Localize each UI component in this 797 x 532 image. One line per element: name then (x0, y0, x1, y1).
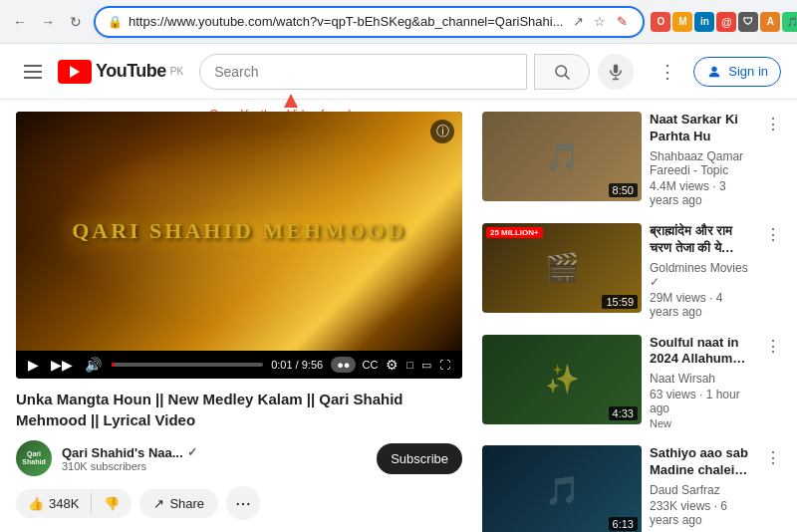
mic-button[interactable] (598, 54, 634, 90)
rec-duration: 6:13 (609, 517, 638, 531)
video-title-text: Unka Mangta Houn || New Medley Kalam || … (16, 389, 462, 430)
like-count: 348K (49, 496, 79, 511)
rec-channel: Shahbaaz Qamar Fareedi - Topic (650, 149, 749, 177)
settings-button[interactable]: ⚙ (384, 355, 400, 375)
logo-area: YouTubePK (16, 57, 183, 87)
rec-more-button[interactable]: ⋮ (761, 445, 785, 469)
share-label: Share (169, 496, 204, 511)
rec-badge: 25 MILLION+ (486, 227, 543, 238)
open-tab-icon[interactable]: ↗ (569, 13, 587, 31)
video-player[interactable]: QARI SHAHID MEHMOOD ⓘ ▶ ▶▶ 🔊 0:01 / 9:56… (16, 112, 462, 379)
current-time: 0:01 (271, 359, 292, 371)
ext-music[interactable]: 🎵 (782, 12, 797, 32)
dislike-button[interactable]: 👎 (92, 489, 132, 518)
rec-info: Naat Sarkar Ki Parhta Hu Shahbaaz Qamar … (650, 112, 753, 207)
forward-button[interactable]: → (36, 10, 60, 34)
ext-a[interactable]: A (760, 12, 780, 32)
video-controls: ▶ ▶▶ 🔊 0:01 / 9:56 ●● CC ⚙ □ ▭ ⛶ (16, 351, 462, 379)
new-badge: New (650, 417, 749, 429)
ext-gmail[interactable]: @ (716, 12, 736, 32)
ext-opera[interactable]: O (651, 12, 670, 32)
settings-toggle[interactable]: ●● (331, 357, 356, 373)
rec-info: Sathiyo aao sab Madine chalein naat by i… (650, 445, 753, 532)
ext-linkedin[interactable]: in (694, 12, 714, 32)
rec-thumbnail: 🎬 25 MILLION+ 15:59 (482, 223, 642, 313)
list-item[interactable]: 🎬 25 MILLION+ 15:59 ब्राह्मांदेम और राम … (478, 219, 789, 323)
svg-point-0 (556, 66, 567, 77)
svg-rect-2 (614, 64, 619, 73)
channel-name[interactable]: Qari Shahid's Naa... ✓ (62, 445, 367, 460)
channel-avatar[interactable]: QariShahid (16, 440, 52, 476)
miniplayer-button[interactable]: □ (404, 357, 415, 373)
back-button[interactable]: ← (8, 10, 32, 34)
yt-logo-text: YouTube (96, 61, 166, 82)
subscribe-button[interactable]: Subscribe (377, 443, 462, 474)
url-text: https://www.youtube.com/watch?v=qpT-bEhS… (129, 14, 563, 29)
list-item[interactable]: 🎵 8:50 Naat Sarkar Ki Parhta Hu Shahbaaz… (478, 108, 789, 211)
total-time: 9:56 (302, 359, 323, 371)
video-title-overlay: QARI SHAHID MEHMOOD (72, 218, 406, 244)
hamburger-menu[interactable] (16, 57, 50, 87)
rec-meta: 63 views · 1 hour ago (650, 388, 749, 415)
rec-duration: 15:59 (602, 295, 638, 309)
rec-meta: 29M views · 4 years ago (650, 291, 749, 319)
rec-meta: 233K views · 6 years ago (650, 499, 749, 527)
search-icon (553, 63, 571, 81)
extension-icons: O M in @ 🛡 A 🎵 W 🔔 📋 ▼ ⋮ P (651, 10, 797, 34)
bookmark-icon[interactable]: ☆ (591, 13, 609, 31)
rec-more-button[interactable]: ⋮ (761, 335, 785, 359)
channel-info: Qari Shahid's Naa... ✓ 310K subscribers (62, 445, 367, 472)
theater-button[interactable]: ▭ (419, 357, 433, 374)
rec-channel: Daud Sarfraz (650, 483, 749, 497)
yt-logo-icon (58, 60, 92, 84)
volume-button[interactable]: 🔊 (83, 355, 104, 375)
rec-title: Naat Sarkar Ki Parhta Hu (650, 112, 749, 145)
recommendations-panel: 🎵 8:50 Naat Sarkar Ki Parhta Hu Shahbaaz… (478, 100, 797, 532)
more-options-button[interactable]: ⋮ (650, 54, 685, 90)
rec-channel: Goldmines Movies ✓ (650, 261, 749, 289)
thumbs-up-icon: 👍 (28, 496, 44, 511)
like-button[interactable]: 👍 348K (16, 489, 91, 518)
list-item[interactable]: 🎵 6:13 Sathiyo aao sab Madine chalein na… (478, 441, 789, 532)
sign-in-button[interactable]: Sign in (693, 57, 781, 87)
thumbs-down-icon: 👎 (104, 496, 120, 511)
more-actions-button[interactable]: ⋯ (226, 486, 260, 520)
sign-in-label: Sign in (728, 64, 768, 79)
youtube-logo[interactable]: YouTubePK (58, 60, 183, 84)
rec-more-button[interactable]: ⋮ (761, 223, 785, 247)
video-section: QARI SHAHID MEHMOOD ⓘ ▶ ▶▶ 🔊 0:01 / 9:56… (0, 100, 478, 532)
hint-arrow-icon (284, 94, 298, 108)
rec-title: Soulful naat in 2024 Allahuma Sale Ala..… (650, 335, 749, 369)
video-info-button[interactable]: ⓘ (430, 120, 454, 143)
next-button[interactable]: ▶▶ (49, 355, 75, 375)
search-button[interactable] (534, 54, 590, 90)
captions-button[interactable]: CC (360, 357, 380, 373)
verified-badge: ✓ (187, 445, 197, 459)
progress-bar[interactable] (112, 363, 263, 367)
share-button[interactable]: ↗ Share (139, 489, 218, 518)
channel-row: QariShahid Qari Shahid's Naa... ✓ 310K s… (16, 440, 462, 476)
fullscreen-button[interactable]: ⛶ (437, 357, 452, 373)
action-row: 👍 348K 👎 ↗ Share ⋯ (16, 486, 462, 520)
refresh-button[interactable]: ↻ (64, 10, 88, 34)
ext-1[interactable]: M (672, 12, 692, 32)
video-thumbnail: QARI SHAHID MEHMOOD ⓘ (16, 112, 462, 351)
rec-duration: 8:50 (609, 183, 638, 197)
svg-marker-5 (284, 94, 298, 108)
rec-meta: 4.4M views · 3 years ago (650, 179, 749, 207)
search-input[interactable] (200, 64, 526, 80)
mic-icon (607, 63, 625, 81)
thumb-icon: 🎬 (545, 251, 580, 284)
address-bar[interactable]: 🔒 https://www.youtube.com/watch?v=qpT-bE… (94, 6, 645, 38)
ext-shield[interactable]: 🛡 (738, 12, 758, 32)
youtube-header: YouTubePK Copy Youtbue V (0, 44, 797, 100)
edit-icon[interactable]: ✎ (613, 13, 631, 31)
rec-more-button[interactable]: ⋮ (761, 112, 785, 135)
play-button[interactable]: ▶ (26, 355, 41, 375)
svg-line-1 (566, 75, 570, 79)
rec-title: ब्राह्मांदेम और राम चरण तेजा की ये कॉमेड… (650, 223, 749, 257)
progress-fill (112, 363, 115, 367)
list-item[interactable]: ✨ 4:33 Soulful naat in 2024 Allahuma Sal… (478, 331, 789, 434)
thumb-icon: ✨ (545, 363, 580, 396)
search-box[interactable] (199, 54, 527, 90)
